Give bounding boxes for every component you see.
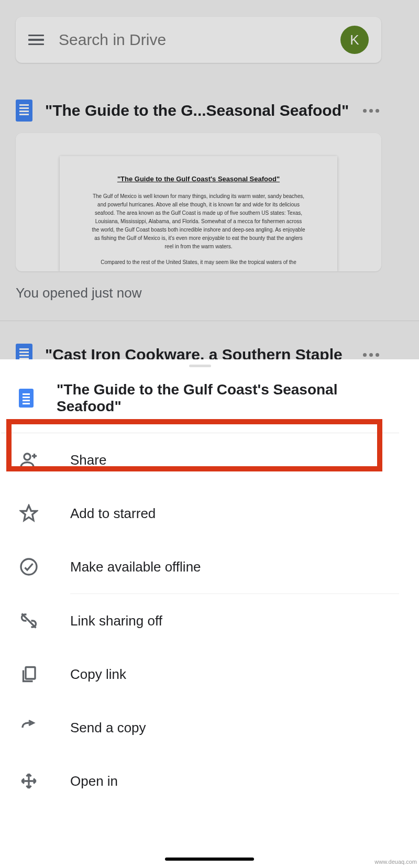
document-paragraph: Compared to the rest of the United State… <box>91 258 306 267</box>
file-title: "Cast Iron Cookware, a Southern Staple <box>45 346 360 359</box>
menu-item-label: Link sharing off <box>70 613 162 629</box>
add-to-starred-menu-item[interactable]: Add to starred <box>1 487 399 540</box>
more-options-icon[interactable] <box>360 353 381 357</box>
open-in-arrows-icon <box>19 772 39 790</box>
search-bar[interactable]: Search in Drive K <box>16 17 381 63</box>
search-placeholder: Search in Drive <box>59 31 340 49</box>
google-docs-icon <box>16 344 32 359</box>
link-off-icon <box>19 611 39 630</box>
menu-item-label: Add to starred <box>70 506 156 522</box>
watermark-text: www.deuaq.com <box>374 859 417 865</box>
home-indicator[interactable] <box>165 858 254 861</box>
sheet-header: "The Guide to the Gulf Coast's Seasonal … <box>1 359 399 433</box>
send-a-copy-menu-item[interactable]: Send a copy <box>1 701 399 754</box>
menu-item-label: Copy link <box>70 666 126 683</box>
file-title: "The Guide to the G...Seasonal Seafood" <box>45 102 360 119</box>
more-options-icon[interactable] <box>360 109 381 113</box>
document-paragraph: The Gulf of Mexico is well known for man… <box>91 192 306 251</box>
person-add-icon <box>19 451 39 469</box>
opened-timestamp: You opened just now <box>16 285 141 301</box>
hamburger-menu-icon[interactable] <box>28 32 44 48</box>
menu-item-label: Open in <box>70 773 118 789</box>
copy-link-menu-item[interactable]: Copy link <box>1 647 399 701</box>
account-avatar[interactable]: K <box>340 26 369 54</box>
svg-rect-2 <box>26 667 35 679</box>
link-sharing-menu-item[interactable]: Link sharing off <box>1 594 399 647</box>
open-in-menu-item[interactable]: Open in <box>1 754 399 808</box>
file-preview[interactable]: "The Guide to the Gulf Coast's Seasonal … <box>16 133 381 271</box>
send-arrow-icon <box>19 718 39 737</box>
google-docs-icon <box>19 389 34 408</box>
star-icon <box>19 504 39 523</box>
offline-check-icon <box>19 557 39 576</box>
document-page: "The Guide to the Gulf Coast's Seasonal … <box>60 156 337 271</box>
menu-item-label: Make available offline <box>70 559 201 575</box>
action-bottom-sheet: "The Guide to the Gulf Coast's Seasonal … <box>1 359 399 868</box>
menu-item-label: Share <box>70 452 106 468</box>
file-item[interactable]: "The Guide to the G...Seasonal Seafood" <box>16 100 381 122</box>
svg-point-1 <box>21 559 37 575</box>
section-divider <box>0 321 419 321</box>
menu-item-label: Send a copy <box>70 720 146 736</box>
sheet-file-title: "The Guide to the Gulf Coast's Seasonal … <box>57 381 381 415</box>
svg-point-0 <box>24 454 30 460</box>
document-title: "The Guide to the Gulf Coast's Seasonal … <box>91 175 306 183</box>
make-available-offline-menu-item[interactable]: Make available offline <box>1 540 399 594</box>
copy-icon <box>19 665 39 684</box>
google-docs-icon <box>16 100 32 122</box>
background-content: Search in Drive K "The Guide to the G...… <box>0 0 419 359</box>
share-menu-item[interactable]: Share <box>1 433 399 487</box>
file-item[interactable]: "Cast Iron Cookware, a Southern Staple <box>16 344 381 359</box>
sheet-drag-handle[interactable] <box>189 365 211 367</box>
